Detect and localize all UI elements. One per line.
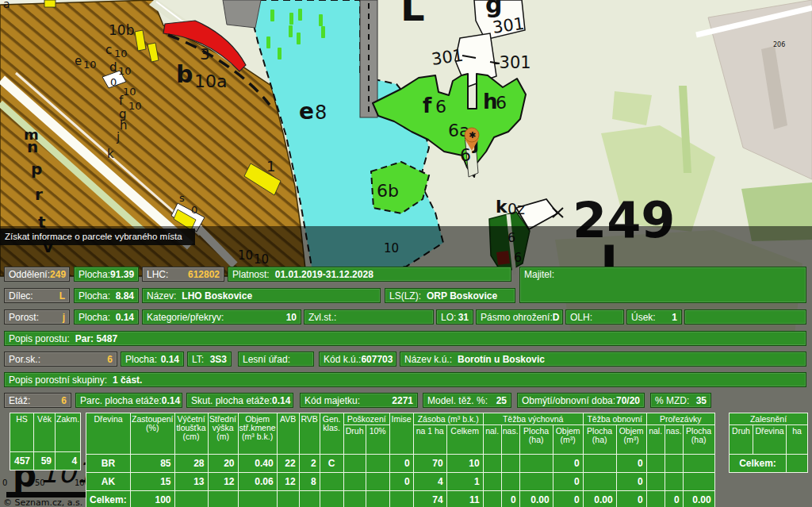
table-cell [320, 491, 343, 507]
table-cell [519, 455, 553, 473]
table-cell [787, 455, 808, 473]
app-window: a 10b c10 e10 d10 0 10 f10 g h j k 1 s 0… [0, 0, 812, 507]
table-cell: 0.40 [238, 455, 277, 473]
table-cell: 59 [34, 452, 56, 471]
table-row: AK1513120.0612804100 [86, 473, 715, 491]
svg-text:6: 6 [460, 145, 471, 165]
table-cell: 0 [553, 491, 583, 507]
field-lt: LT:3S3 [187, 351, 232, 367]
table-row: BR8528200.40222C0701000 [86, 455, 715, 473]
table-cell [483, 473, 501, 491]
svg-text:0: 0 [191, 204, 197, 216]
field-plocha-oddeleni: Plocha:91.39 [74, 267, 139, 282]
svg-text:206: 206 [773, 41, 785, 48]
column-header: Imise [389, 413, 413, 455]
table-cell [343, 491, 366, 507]
column-subheader: Plocha (ha) [683, 425, 714, 455]
svg-text:10: 10 [114, 48, 128, 60]
table-cell [320, 473, 343, 491]
table-cell [665, 455, 683, 473]
table-cell: 0 [616, 473, 646, 491]
table-cell: 0.00 [519, 491, 553, 507]
table-cell: 0 [501, 491, 519, 507]
species-table: DřevinaZastoupení (%)Výčetní tloušťka (c… [86, 413, 715, 507]
svg-text:e: e [299, 98, 314, 125]
table-cell: 85 [131, 455, 175, 473]
column-subheader: Objem (m³) [553, 425, 583, 455]
field-usek: Úsek:1 [626, 309, 682, 325]
column-subheader: nas. [501, 425, 519, 455]
field-mzd: % MZD:35 [650, 393, 711, 408]
column-subheader: na 1 ha [413, 425, 446, 455]
table-cell: 28 [174, 455, 208, 473]
svg-text:j: j [116, 130, 120, 144]
column-subheader: nal. [483, 425, 501, 455]
table-cell: 22 [277, 455, 299, 473]
field-lhc: LHC:612802 [142, 267, 224, 282]
table-cell [366, 491, 389, 507]
field-etaz: Etáž:6 [4, 393, 71, 408]
svg-text:c: c [105, 43, 112, 57]
field-empty [684, 309, 806, 325]
zalesneni-table: ZalesněníDruhDřevinahaCelkem: [729, 413, 808, 473]
table-cell [208, 491, 238, 507]
svg-text:0z: 0z [508, 200, 525, 217]
table-cell: 2 [299, 455, 320, 473]
column-header: Zalesnění [730, 413, 808, 425]
field-plocha-dilec: Plocha:8.84 [74, 288, 139, 303]
svg-text:10b: 10b [109, 22, 134, 38]
field-zvl-st: Zvl.st.: [304, 309, 434, 325]
table-cell: 0 [665, 491, 683, 507]
table-cell: 0.00 [683, 491, 714, 507]
svg-text:a: a [3, 0, 10, 10]
column-subheader: Plocha (ha) [519, 425, 553, 455]
column-header: Gen. klas. [320, 413, 343, 455]
table-cell [174, 491, 208, 507]
table-cell [343, 455, 366, 473]
column-header: Střední výška (m) [208, 413, 238, 455]
svg-text:10: 10 [118, 65, 132, 77]
stand-summary-table: HSVěkZakm.457594 [10, 413, 81, 471]
field-ls-lz: LS(LZ):ORP Boskovice [385, 288, 515, 303]
table-cell [366, 473, 389, 491]
field-dilec: Dílec:L [4, 288, 70, 303]
column-subheader: nal. [646, 425, 665, 455]
field-obmyti: Obmýtí/obnovní doba:70/20 [517, 393, 645, 408]
svg-text:10: 10 [83, 59, 97, 71]
svg-text:f: f [423, 94, 432, 117]
column-subheader: Dřevina [753, 425, 787, 455]
table-cell [389, 491, 413, 507]
svg-text:0: 0 [110, 76, 117, 88]
svg-text:p: p [31, 159, 42, 179]
svg-text:10: 10 [123, 86, 136, 98]
svg-text:g: g [485, 0, 502, 18]
svg-text:b: b [176, 60, 193, 88]
svg-text:1: 1 [266, 158, 275, 175]
table-cell: BR [86, 455, 131, 473]
column-subheader: Druh [730, 425, 753, 455]
field-porost: Porost:j [4, 309, 70, 325]
table-cell: 4 [56, 452, 81, 471]
table-cell: 70 [413, 455, 446, 473]
svg-text:6: 6 [496, 93, 507, 113]
column-header: AVB [277, 413, 299, 455]
column-header: Prořezávky [646, 413, 714, 425]
table-cell [501, 455, 519, 473]
table-cell: 0 [553, 455, 583, 473]
field-nazev: Název:LHO Boskovice [142, 288, 381, 303]
field-oddeleni: Oddělení:249 [4, 267, 70, 282]
column-header: Dřevina [86, 413, 131, 455]
column-header: Objem stř.kmene (m³ b.k.) [238, 413, 277, 455]
table-cell [299, 491, 320, 507]
field-popis-porostni-skupiny: Popis porostní skupiny:1 část. [4, 372, 806, 387]
svg-text:k: k [496, 197, 508, 217]
table-cell: 0.06 [238, 473, 277, 491]
column-header: Zastoupení (%) [131, 413, 175, 455]
field-nazev-ku: Název k.ú.:Borotín u Boskovic [400, 351, 806, 367]
table-cell [683, 455, 714, 473]
column-header: HS [10, 413, 34, 452]
column-header: Výčetní tloušťka (cm) [174, 413, 208, 455]
svg-text:h: h [120, 118, 128, 133]
svg-text:8: 8 [315, 102, 327, 124]
table-cell: 4 [413, 473, 446, 491]
